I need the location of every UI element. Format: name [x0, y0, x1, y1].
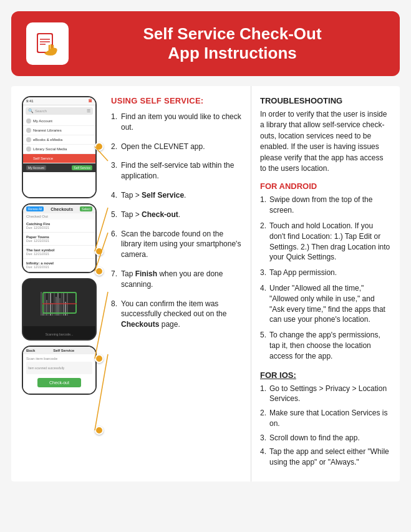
- steps-list: 1. Find an item you would like to check …: [111, 112, 242, 330]
- menu-icon: ☰: [87, 109, 90, 114]
- step-1: 1. Find an item you would like to check …: [111, 112, 242, 133]
- troubleshoot-col: TROUBLESHOOTING In order to verify that …: [251, 86, 400, 481]
- checklist-item-3: The last symbol Due: 12/21/2021: [23, 246, 95, 259]
- ios-step-1: 1. Go to Settings > Privacy > Location S…: [260, 384, 391, 405]
- step-2: 2. Open the CLEVNET app.: [111, 142, 242, 152]
- troubleshoot-title: TROUBLESHOOTING: [260, 96, 391, 105]
- page-title: Self Service Check-Out App Instructions: [80, 24, 385, 63]
- search-placeholder: Search: [35, 109, 47, 113]
- troubleshoot-intro: In order to verify that the user is insi…: [260, 109, 391, 174]
- accounts-btn: My Account: [26, 165, 46, 170]
- app-bottom-bar: My Account Self Service: [23, 163, 95, 172]
- phone-mockup-col: 9:41 🏛 🔍 Search ☰ My Account Nearest Lib…: [11, 86, 105, 481]
- app-time: 9:41: [26, 99, 34, 103]
- checklist-title: Checkouts: [51, 207, 73, 211]
- for-android-title: FOR ANDROID: [260, 181, 391, 191]
- nav-my-account: My Account: [23, 117, 95, 126]
- step-dot-3: [95, 267, 104, 276]
- social-icon: [26, 147, 31, 152]
- renew-btn: Renew All: [26, 206, 44, 211]
- step-3: 3. Find the self-service tab within the …: [111, 160, 242, 181]
- phone-mockup-4: Back Self Service Scan item barcode Item…: [22, 346, 97, 395]
- step-dot-5: [95, 426, 104, 435]
- phone-mockup-1: 9:41 🏛 🔍 Search ☰ My Account Nearest Lib…: [22, 96, 97, 198]
- scanner-laser: [42, 303, 77, 304]
- checklist-item-4: Infinity: a novel Due: 12/22/2021: [23, 259, 95, 272]
- step-dot-4: [95, 354, 104, 363]
- step-dot-2: [95, 247, 104, 256]
- android-step-4: 4. Under "Allowed all the time," "Allowe…: [260, 283, 391, 325]
- selfservice-body: Scan item barcode Item scanned successfu…: [23, 354, 95, 394]
- step-5: 5. Tap > Check-out.: [111, 210, 242, 220]
- step-7: 7. Tap Finish when you are done scanning…: [111, 269, 242, 290]
- for-ios-title: FOR IOS:: [260, 370, 391, 380]
- checklist-header-bar: Renew All Checkouts Select: [23, 205, 95, 213]
- checklist-item-2: Paper Towns Due: 12/22/2021: [23, 233, 95, 246]
- ebook-icon: [26, 137, 31, 142]
- selfservice-top-bar: Back Self Service: [23, 347, 95, 354]
- android-step-5: 5. To change the app's permissions, tap …: [260, 330, 391, 361]
- account-icon: [26, 118, 31, 123]
- app-status-bar: 9:41 🏛: [23, 97, 95, 105]
- page-header: Self Service Check-Out App Instructions: [11, 11, 400, 76]
- android-step-2: 2. Touch and hold Location. If you don't…: [260, 221, 391, 263]
- android-step-3: 3. Tap App permission.: [260, 268, 391, 278]
- android-step-1: 1. Swipe down from the top of the screen…: [260, 195, 391, 216]
- nav-self-service: Self Service: [23, 154, 95, 163]
- service-icon: [26, 156, 31, 161]
- nav-nearest-libraries: Nearest Libraries: [23, 126, 95, 135]
- app-logo-text: 🏛: [89, 99, 92, 103]
- main-content: 9:41 🏛 🔍 Search ☰ My Account Nearest Lib…: [11, 86, 400, 481]
- nav-ebooks: eBooks & eMedia: [23, 135, 95, 145]
- phone-mockup-2: Renew All Checkouts Select Checked Out C…: [22, 203, 97, 273]
- scan-result: Item scanned successfully: [26, 362, 92, 374]
- step-4: 4. Tap > Self Service.: [111, 190, 242, 201]
- checkout-green-btn: Check-out: [37, 378, 81, 387]
- instructions-col: USING SELF SERVICE: 1. Find an item you …: [105, 86, 251, 481]
- step-6: 6. Scan the barcode found on the library…: [111, 229, 242, 260]
- app-search-bar: 🔍 Search ☰: [26, 107, 93, 115]
- ios-step-4: 4. Tap the app and select either "While …: [260, 447, 391, 468]
- checklist-item-1: Catching Fire Due: 12/20/2021: [23, 220, 95, 233]
- android-steps-list: 1. Swipe down from the top of the screen…: [260, 195, 391, 361]
- location-icon: [26, 128, 31, 133]
- search-icon: 🔍: [28, 109, 34, 114]
- select-btn: Select: [80, 206, 92, 211]
- step-8: 8. You can confirm the item was successf…: [111, 299, 242, 330]
- phone-mockup-3: Scanning barcode...: [22, 278, 97, 341]
- ios-steps-list: 1. Go to Settings > Privacy > Location S…: [260, 384, 391, 468]
- library-icon: [26, 22, 69, 65]
- selfservice-title: Self Service: [53, 349, 74, 352]
- nav-social: Library Social Media: [23, 145, 95, 154]
- ios-step-3: 3. Scroll down to find the app.: [260, 433, 391, 443]
- ios-step-2: 2. Make sure that Location Services is o…: [260, 408, 391, 429]
- self-service-bottom-btn: Self Service: [72, 165, 92, 170]
- using-section-title: USING SELF SERVICE:: [111, 96, 242, 105]
- checked-out-label: Checked Out: [23, 213, 95, 220]
- step-dot-1: [95, 142, 104, 151]
